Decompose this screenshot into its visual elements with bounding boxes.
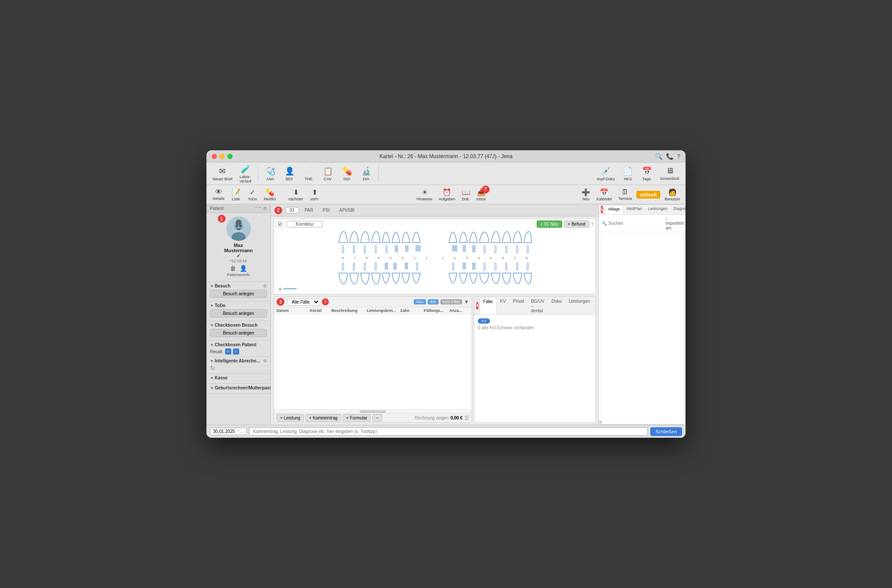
kalender-button[interactable]: 📅 Kalender	[595, 187, 614, 202]
tagtr-button[interactable]: 📅 Tagtr.	[638, 165, 655, 182]
entry-input[interactable]	[249, 427, 648, 436]
kasse-header[interactable]: ▼ Kasse	[210, 375, 267, 380]
termine-button[interactable]: 🗓 Termine	[616, 187, 634, 202]
todo-button[interactable]: ✓ ToDo	[245, 187, 260, 202]
checkboxen-besuch-btn[interactable]: Besuch anlegen	[210, 329, 267, 337]
filter-alle-falle[interactable]: Alle Fälle	[287, 298, 320, 306]
tab-psi[interactable]: PSI	[318, 207, 334, 213]
todo-header[interactable]: ▼ ToDo	[210, 303, 267, 308]
zolisoft-button[interactable]: zolisoft	[636, 191, 660, 199]
tab-api-sbi[interactable]: API/SBI	[335, 207, 359, 213]
besuch-gear-icon[interactable]: ⚙	[263, 284, 267, 288]
nachster-button[interactable]: ⬇ nächster	[286, 187, 306, 202]
vorh-button[interactable]: ⬆ vorh.	[307, 187, 323, 202]
neu-button[interactable]: + 01 Neu	[537, 220, 562, 228]
invoice-icon[interactable]: ☰	[464, 415, 469, 421]
expand-icon[interactable]: ⌃⌃	[254, 206, 261, 211]
cav-button[interactable]: 📋 CAV	[319, 165, 337, 182]
dok-button[interactable]: 📖 Dok.	[460, 187, 472, 202]
scrollbar-track[interactable]	[274, 409, 472, 413]
bef-button[interactable]: 👤 BEF	[281, 165, 298, 182]
kv-active-tab[interactable]: KV	[478, 318, 490, 324]
intelligente-header[interactable]: ▼ Intelligente Abrechn... ⚙	[210, 358, 267, 363]
recall-check-2[interactable]: ✓	[233, 348, 239, 355]
delete-patient-icon[interactable]: 🗑	[230, 265, 236, 272]
details-button[interactable]: 👁 Details	[210, 187, 227, 202]
tab-falle[interactable]: Fälle	[480, 297, 497, 314]
info-tab-ablage[interactable]: Ablage	[605, 206, 623, 214]
tab-01[interactable]: 01	[285, 207, 299, 213]
intelligente-gear-icon[interactable]: ⚙	[263, 358, 267, 363]
neuer-brief-button[interactable]: ✉ Neuer Brief	[210, 165, 235, 182]
recall-check-1[interactable]: ✓	[225, 348, 231, 355]
info-tab-diagnosen[interactable]: Diagnosen	[671, 206, 686, 214]
filter-dok-tag[interactable]: dok	[428, 299, 439, 304]
filter-icon[interactable]: ▼	[464, 299, 469, 305]
neu-button[interactable]: ➕ Neu	[580, 187, 592, 202]
filter-kein-tag[interactable]: Kein Filter	[440, 299, 463, 304]
date-input[interactable]: 30.01.2025 ⌃⌄	[210, 428, 247, 435]
tab-par[interactable]: PAR	[300, 207, 318, 213]
kv-content: KV 0 alte KV-Scheine vorhanden	[474, 315, 595, 422]
minus-button[interactable]: −	[372, 414, 382, 422]
karteieintrag-button[interactable]: + Karteieintrag	[305, 414, 341, 422]
screenlock-button[interactable]: 🖥 Screenlock	[657, 165, 682, 182]
date-stepper-icon[interactable]: ⌃⌄	[237, 429, 243, 434]
collapse-handle[interactable]: ‹	[599, 420, 602, 424]
info-tab-leistungen[interactable]: Leistungen	[645, 206, 670, 214]
tab-privat[interactable]: Privat	[510, 297, 528, 314]
hinweise-button[interactable]: ☀ Hinweise	[415, 187, 434, 202]
chart-right-buttons: + 01 Neu + Befund ?	[537, 220, 594, 228]
sidebar-header: Patient ⌃⌃ ⚙	[206, 204, 270, 213]
settings-icon[interactable]: ⚙	[263, 206, 267, 211]
tab-leistungen[interactable]: Leistungen	[565, 297, 594, 314]
phone-icon[interactable]: 📞	[666, 153, 673, 160]
hks-button[interactable]: 📄 HKS	[619, 165, 636, 182]
close-button[interactable]	[212, 154, 217, 159]
quadrant-divider	[433, 230, 436, 243]
liste-button[interactable]: 📝 Liste	[228, 187, 244, 202]
checkboxen-besuch-header[interactable]: ▼ Checkboxen Besuch	[210, 323, 267, 328]
right-kv-panel: 4 Fälle KV Privat BG/UV – dental Doku Le…	[474, 296, 596, 423]
fullscreen-button[interactable]	[227, 154, 233, 159]
person-icon[interactable]: 👤	[240, 265, 247, 272]
refresh-icon[interactable]: ↻	[210, 365, 215, 372]
filter-ana-tag[interactable]: ANA	[414, 299, 426, 304]
search-icon[interactable]: 🔍	[655, 153, 662, 160]
korrektur-input[interactable]: Korrektur	[287, 221, 323, 227]
help-button[interactable]: ?	[591, 222, 594, 227]
labor-verlauf-button[interactable]: 🧪 Labor-verlauf	[237, 163, 254, 185]
dia-button[interactable]: 🔬 DIA	[358, 165, 375, 182]
befund-button[interactable]: + Befund	[564, 220, 589, 228]
close-button[interactable]: Schließen	[650, 427, 682, 436]
help-icon[interactable]: ?	[677, 153, 680, 160]
formular-button[interactable]: + Formular	[343, 414, 371, 422]
aufgaben-button[interactable]: ⏰ Aufgaben	[437, 187, 457, 202]
mediks-button[interactable]: 💊 Mediks	[261, 187, 279, 202]
besuch-header[interactable]: ▼ Besuch ⚙	[210, 284, 267, 288]
svg-rect-22	[463, 245, 464, 252]
minimize-button[interactable]	[220, 154, 225, 159]
todo-besuch-anlegen-button[interactable]: Besuch anlegen	[210, 309, 267, 318]
inbox-button[interactable]: 📥 Inbox 7	[475, 187, 488, 202]
ddi-button[interactable]: 💊 DDI	[338, 165, 356, 182]
ana-button[interactable]: 🩺 ANA	[262, 165, 279, 182]
upper-roots-row	[276, 245, 594, 254]
besuch-anlegen-button[interactable]: Besuch anlegen	[210, 290, 267, 298]
tab-medplan[interactable]: MedPlan	[594, 297, 596, 314]
geburts-header[interactable]: ▼ Geburtsrechner/Mutterpass	[210, 385, 267, 390]
search-input[interactable]	[608, 221, 664, 226]
info-tab-medplan[interactable]: MedPlan	[624, 206, 645, 214]
checkboxen-patient-header[interactable]: ▼ Checkboxen Patient	[210, 342, 267, 347]
leistung-button[interactable]: + Leistung	[277, 414, 304, 422]
impf-doku-button[interactable]: 💉 Impf-Doku	[594, 165, 618, 182]
benutzer-button[interactable]: 🧑 Benutzer	[663, 187, 682, 202]
tab-kv[interactable]: KV	[497, 297, 509, 314]
chart-filter-select[interactable]: ☑	[276, 221, 284, 227]
the-button[interactable]: 🦷 THE	[300, 165, 318, 182]
tab-bg-uv[interactable]: BG/UV – dental	[527, 297, 548, 314]
table-header: Datum Kürzel Beschreibung Leistungsbrin.…	[274, 308, 472, 314]
tab-doku[interactable]: Doku	[548, 297, 565, 314]
plus-icon: ➕	[581, 188, 590, 196]
chevron-down-icon-7: ▼	[210, 386, 214, 390]
